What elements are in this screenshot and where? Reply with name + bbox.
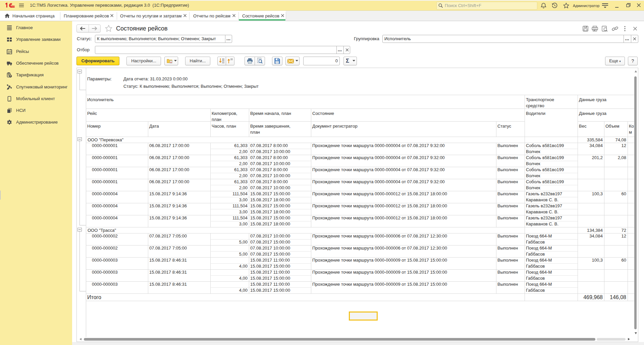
- svg-text:₽: ₽: [10, 75, 11, 77]
